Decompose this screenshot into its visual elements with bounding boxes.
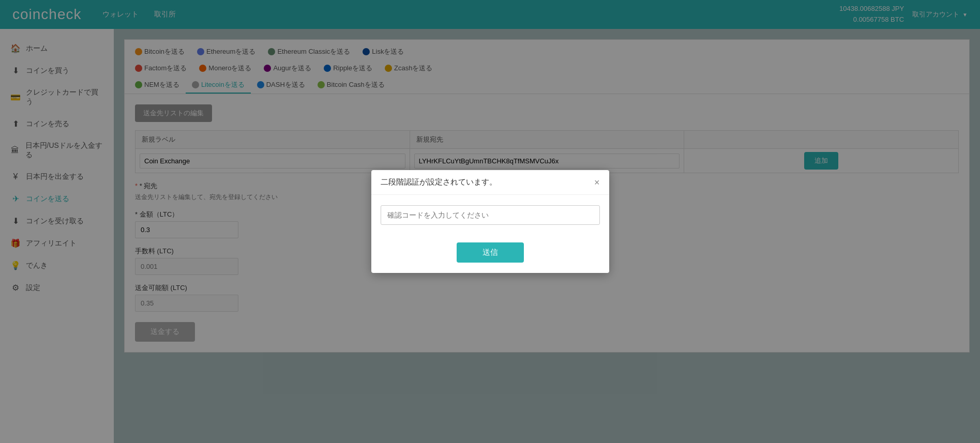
modal: 二段階認証が設定されています。 × 送信 — [371, 170, 609, 273]
modal-overlay: 二段階認証が設定されています。 × 送信 — [0, 0, 980, 443]
modal-send-button[interactable]: 送信 — [457, 242, 524, 263]
modal-header: 二段階認証が設定されています。 × — [371, 170, 609, 195]
modal-body — [371, 195, 609, 235]
modal-close-button[interactable]: × — [594, 178, 600, 187]
modal-footer: 送信 — [371, 235, 609, 273]
modal-title: 二段階認証が設定されています。 — [381, 177, 497, 187]
verification-code-input[interactable] — [381, 205, 600, 225]
